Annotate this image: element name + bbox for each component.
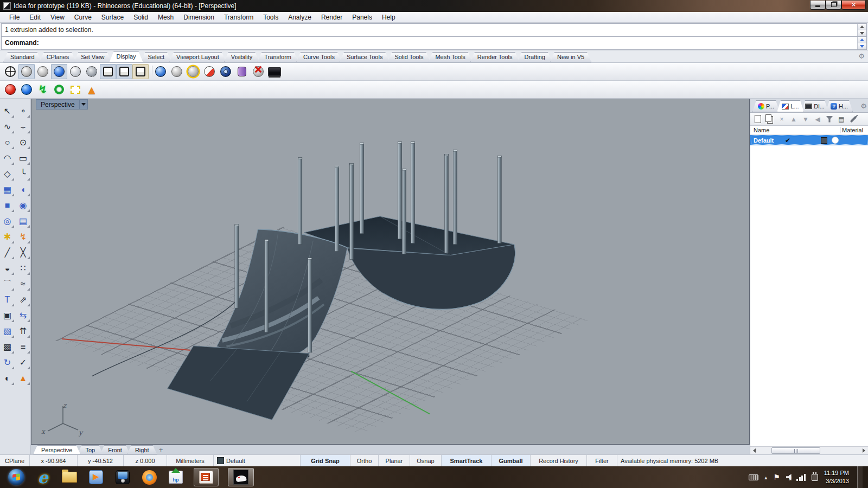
text-tool[interactable]: T [1, 293, 15, 307]
scroll-down-button[interactable] [858, 30, 866, 37]
name-column-header[interactable]: Name [750, 127, 841, 133]
tab-curve-tools[interactable]: Curve Tools [296, 52, 342, 62]
help-tab[interactable]: H... [826, 100, 853, 112]
shaded-gray-display-icon[interactable] [35, 64, 51, 79]
viewport-tab-right[interactable]: Right [127, 445, 157, 454]
perspective-viewport[interactable]: Perspective x y z [31, 99, 750, 445]
spotlight-icon[interactable] [234, 64, 250, 79]
tab-transform[interactable]: Transform [257, 52, 298, 62]
layer-material-swatch[interactable] [832, 137, 839, 144]
render-off-icon[interactable] [250, 64, 266, 79]
new-layer-button[interactable] [752, 114, 763, 125]
polygon-tool[interactable]: ◇ [1, 167, 15, 181]
ortho-toggle[interactable]: Ortho [350, 455, 379, 466]
current-layer-check-icon[interactable]: ✔ [785, 137, 806, 144]
toolbar-separator[interactable] [149, 65, 152, 78]
internet-explorer-icon[interactable]: e [34, 468, 52, 486]
command-history[interactable]: 1 extrusion added to selection. [1, 23, 867, 37]
taskbar-clock[interactable]: 11:19 PM 3/3/2013 [824, 469, 851, 485]
active-layer-button[interactable]: Default [214, 455, 301, 466]
itunes-icon[interactable] [114, 468, 131, 486]
x-coordinate[interactable]: x -90.964 [30, 455, 78, 466]
cone-render-icon[interactable]: ▲ [84, 82, 100, 97]
close-button[interactable]: × [841, 1, 866, 10]
rhino-app-icon[interactable] [3, 2, 11, 10]
menu-tools[interactable]: Tools [258, 12, 283, 22]
fillet-corner-tool[interactable]: ╰ [16, 167, 30, 181]
viewport-tab-front[interactable]: Front [100, 445, 130, 454]
scroll-left-button[interactable] [750, 447, 758, 454]
pen-display-icon[interactable] [132, 64, 149, 79]
rectangle-tool[interactable]: ▭ [16, 151, 30, 165]
minimize-button[interactable] [810, 1, 826, 10]
move-up-button[interactable]: ▲ [788, 114, 799, 125]
tab-visibility[interactable]: Visibility [224, 52, 260, 62]
filter-button[interactable]: Filter [587, 455, 617, 466]
render-blue-sphere-icon[interactable] [18, 82, 35, 97]
show-hidden-icons-chevron[interactable]: ▴ [764, 474, 767, 480]
tab-standard[interactable]: Standard [3, 52, 42, 62]
array-tool[interactable]: ⇈ [16, 324, 30, 338]
scroll-track[interactable] [758, 447, 860, 454]
memory-status[interactable]: Available physical memory: 5202 MB [617, 455, 868, 466]
properties-tab[interactable]: P... [752, 100, 780, 112]
move-left-button[interactable]: ◀ [812, 114, 823, 125]
select-tool[interactable]: ↖ [1, 104, 15, 118]
box-tool[interactable]: ■ [1, 198, 15, 213]
spin-down-button[interactable] [858, 43, 866, 50]
trim-tool[interactable]: ╱ [1, 246, 15, 260]
menu-help[interactable]: Help [377, 12, 400, 22]
new-sublayer-button[interactable] [764, 114, 775, 125]
surface-grid-tool[interactable]: ▤ [16, 214, 30, 228]
circle-tool[interactable]: ○ [1, 136, 15, 150]
menu-file[interactable]: File [4, 12, 24, 22]
tab-display[interactable]: Display [109, 52, 143, 62]
shaded-display-icon[interactable] [18, 64, 35, 79]
render-red-sphere-icon[interactable] [2, 82, 18, 97]
move-down-button[interactable]: ▼ [800, 114, 811, 125]
osnap-toggle[interactable]: Osnap [410, 455, 442, 466]
tab-new-in-v5[interactable]: New in V5 [550, 52, 591, 62]
tab-viewport-layout[interactable]: Viewport Layout [169, 52, 226, 62]
green-ring-render-icon[interactable] [51, 82, 67, 97]
tab-render-tools[interactable]: Render Tools [470, 52, 520, 62]
xray-display-icon[interactable] [84, 64, 100, 79]
firefox-icon[interactable] [141, 468, 158, 486]
layer-tools-button[interactable] [848, 114, 859, 125]
layers-tab[interactable]: L... [777, 100, 804, 112]
fillet-curve-tool[interactable]: ⌒ [1, 277, 15, 291]
technical-display-icon[interactable] [100, 64, 116, 79]
scroll-up-button[interactable] [858, 24, 866, 30]
units-button[interactable]: Millimeters [167, 455, 214, 466]
ellipse-tool[interactable]: ⊙ [16, 136, 30, 150]
menu-edit[interactable]: Edit [24, 12, 46, 22]
windows-explorer-icon[interactable] [61, 468, 78, 486]
planar-toggle[interactable]: Planar [379, 455, 410, 466]
blend-tool[interactable]: ≈ [16, 277, 30, 291]
fullscreen-display-icon[interactable] [266, 64, 283, 79]
wireframe-display-icon[interactable] [2, 64, 18, 79]
layer-color-swatch[interactable] [821, 137, 827, 144]
render-globe-icon[interactable] [152, 64, 169, 79]
distribute-tool[interactable]: ≡ [16, 340, 30, 354]
revolve-tool[interactable]: ◎ [1, 214, 15, 228]
ghosted-display-icon[interactable] [67, 64, 84, 79]
z-coordinate[interactable]: z 0.000 [124, 455, 167, 466]
tab-surface-tools[interactable]: Surface Tools [340, 52, 390, 62]
toolbar-options-gear-icon[interactable]: ⚙ [858, 52, 865, 60]
tab-set-view[interactable]: Set View [74, 52, 111, 62]
extrude-tool[interactable]: ▧ [1, 324, 15, 338]
tab-cplanes[interactable]: CPlanes [40, 52, 76, 62]
menu-transform[interactable]: Transform [219, 12, 258, 22]
y-coordinate[interactable]: y -40.512 [78, 455, 124, 466]
move-tool[interactable]: ⇗ [16, 293, 30, 307]
scroll-right-button[interactable] [860, 447, 868, 454]
camera-icon[interactable] [218, 64, 234, 79]
tab-solid-tools[interactable]: Solid Tools [387, 52, 430, 62]
command-line-spinner[interactable] [857, 37, 866, 49]
show-desktop-button[interactable] [857, 466, 863, 488]
power-icon[interactable] [812, 474, 818, 481]
render-window-icon[interactable] [67, 82, 84, 97]
sphere-tool[interactable]: ◉ [16, 198, 30, 213]
viewport-tab-top[interactable]: Top [77, 445, 103, 454]
